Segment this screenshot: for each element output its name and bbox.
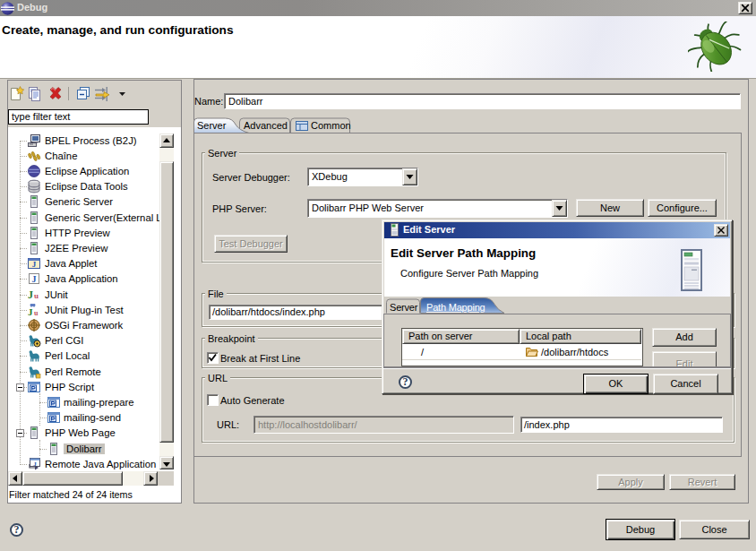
- svg-text:u: u: [34, 309, 39, 317]
- svg-text:J: J: [28, 288, 33, 301]
- svg-text:u: u: [34, 291, 39, 300]
- svg-text:J: J: [28, 306, 33, 317]
- svg-text:J: J: [32, 274, 37, 284]
- svg-text:J: J: [32, 260, 37, 269]
